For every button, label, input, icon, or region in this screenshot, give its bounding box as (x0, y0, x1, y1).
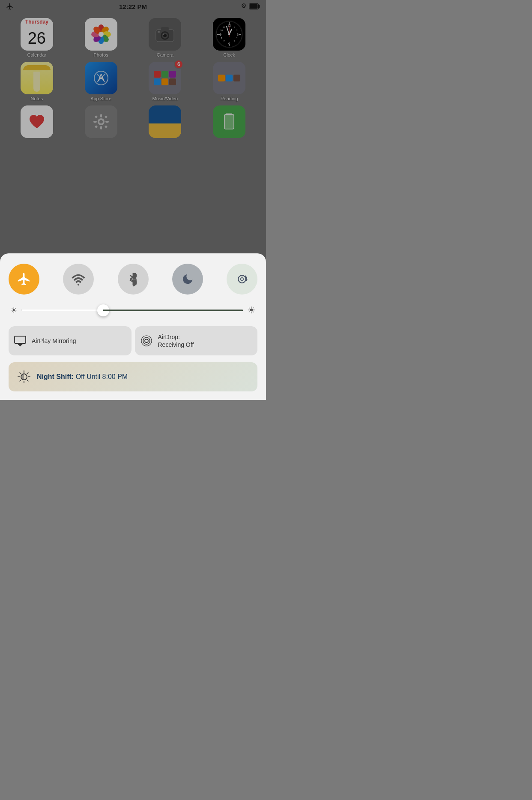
airdrop-label: AirDrop: Receiving Off (158, 333, 194, 349)
airplay-svg (14, 335, 27, 346)
wifi-toggle[interactable] (63, 264, 94, 295)
svg-line-76 (20, 380, 21, 381)
brightness-max-icon: ☀ (247, 305, 256, 316)
airplay-button[interactable]: AirPlay Mirroring (9, 326, 132, 355)
wifi-icon (71, 273, 86, 286)
svg-line-73 (20, 373, 21, 374)
night-shift-sub: Off Until 8:00 PM (74, 373, 128, 380)
svg-point-66 (143, 337, 150, 344)
night-shift-icon (17, 370, 31, 384)
night-shift-button[interactable]: Night Shift: Off Until 8:00 PM (9, 362, 257, 391)
airdrop-icon (140, 334, 153, 347)
night-shift-svg (17, 370, 31, 384)
moon-icon (181, 273, 194, 286)
night-shift-bold: Night Shift: (37, 373, 74, 380)
airplane-icon (17, 272, 31, 286)
airdrop-label-main: AirDrop: (158, 334, 180, 340)
donotdisturb-toggle[interactable] (172, 264, 203, 295)
bluetooth-toggle[interactable] (118, 264, 149, 295)
svg-line-74 (27, 380, 28, 381)
brightness-row: ☀ ☀ (9, 305, 257, 316)
svg-point-61 (241, 278, 243, 280)
airplay-icon (14, 335, 27, 346)
bluetooth-icon (128, 272, 139, 286)
svg-line-75 (27, 373, 28, 374)
brightness-track[interactable] (21, 310, 243, 311)
airplane-toggle[interactable] (9, 264, 39, 295)
airdrop-svg (140, 334, 153, 347)
svg-rect-63 (15, 336, 26, 343)
rotation-icon (236, 273, 248, 286)
night-shift-label: Night Shift: Off Until 8:00 PM (37, 373, 128, 381)
airdrop-label-sub: Receiving Off (158, 341, 194, 348)
brightness-min-icon: ☀ (10, 306, 17, 315)
action-row: AirPlay Mirroring AirDrop: Receiving Off (9, 326, 257, 355)
toggle-row (9, 264, 257, 295)
rotation-toggle[interactable] (227, 264, 257, 295)
airplay-label: AirPlay Mirroring (32, 337, 76, 345)
airdrop-button[interactable]: AirDrop: Receiving Off (135, 326, 258, 355)
svg-point-58 (78, 283, 79, 285)
control-center: ☀ ☀ AirPlay Mirroring (0, 253, 266, 400)
svg-point-65 (145, 339, 148, 343)
svg-marker-64 (16, 343, 24, 346)
